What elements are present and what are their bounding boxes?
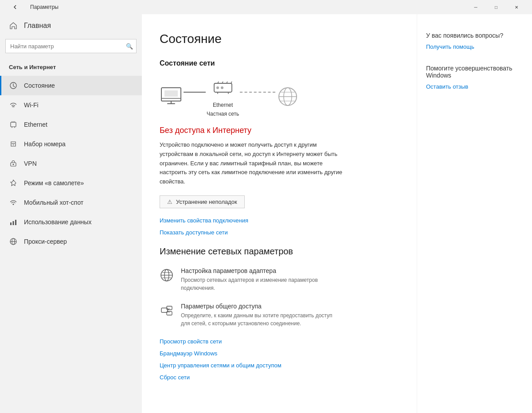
svg-rect-17 xyxy=(164,90,178,97)
close-button[interactable]: ✕ xyxy=(506,0,527,14)
svg-rect-9 xyxy=(10,222,12,225)
sidebar-item-datausage-label: Использование данных xyxy=(24,218,91,226)
questions-heading: У вас появились вопросы? xyxy=(426,32,523,39)
adapter-icon xyxy=(160,268,174,282)
sidebar-item-dialup-label: Набор номера xyxy=(24,140,66,148)
home-label: Главная xyxy=(24,22,51,30)
proxy-icon xyxy=(9,237,18,246)
firewall-link[interactable]: Брандмауэр Windows xyxy=(160,350,390,357)
sidebar-item-status[interactable]: Состояние xyxy=(0,76,142,95)
svg-point-4 xyxy=(14,143,15,144)
svg-point-2 xyxy=(12,143,13,144)
svg-rect-10 xyxy=(13,221,14,225)
maximize-button[interactable]: □ xyxy=(486,0,506,14)
main-content: Состояние Состояние сети xyxy=(142,14,417,413)
adapter-settings-title: Настройка параметров адаптера xyxy=(181,267,340,274)
sidebar-item-hotspot-label: Мобильный хот-спот xyxy=(24,199,83,206)
sidebar-home-button[interactable]: Главная xyxy=(0,14,142,37)
sharing-icon xyxy=(160,304,174,318)
adapter-settings-desc: Просмотр сетевых адаптеров и изменение п… xyxy=(181,276,340,292)
svg-rect-11 xyxy=(15,220,16,225)
titlebar-title: Параметры xyxy=(30,4,59,10)
sharing-settings-desc: Определите, к каким данным вы хотите пре… xyxy=(181,312,340,327)
sidebar-item-proxy[interactable]: Прокси-сервер xyxy=(0,232,142,251)
search-icon: 🔍 xyxy=(126,43,133,50)
sidebar-item-vpn[interactable]: VPN xyxy=(0,154,142,173)
page-title: Состояние xyxy=(160,32,390,46)
warning-icon: ⚠ xyxy=(167,199,172,205)
sidebar-item-dialup[interactable]: Набор номера xyxy=(0,134,142,154)
back-button[interactable] xyxy=(5,0,26,14)
ethernet-icon xyxy=(9,120,18,129)
app-container: Главная 🔍 Сеть и Интернет Состояние xyxy=(0,14,532,413)
svg-point-3 xyxy=(13,143,14,144)
minimize-button[interactable]: ─ xyxy=(466,0,486,14)
sidebar-item-proxy-label: Прокси-сервер xyxy=(24,238,67,245)
titlebar-controls: ─ □ ✕ xyxy=(466,0,527,14)
sidebar: Главная 🔍 Сеть и Интернет Состояние xyxy=(0,14,142,413)
reset-link[interactable]: Сброс сети xyxy=(160,374,390,381)
sidebar-item-hotspot[interactable]: Мобильный хот-спот xyxy=(0,193,142,212)
troubleshoot-label: Устранение неполадок xyxy=(176,199,237,205)
titlebar-left: Параметры xyxy=(5,0,59,14)
sidebar-item-ethernet-label: Ethernet xyxy=(24,121,47,128)
right-panel: У вас появились вопросы? Получить помощь… xyxy=(417,14,532,413)
sidebar-item-ethernet[interactable]: Ethernet xyxy=(0,115,142,134)
sidebar-item-datausage[interactable]: Использование данных xyxy=(0,212,142,232)
show-networks-link[interactable]: Показать доступные сети xyxy=(160,229,390,236)
svg-line-24 xyxy=(231,82,232,83)
search-input[interactable] xyxy=(5,39,137,53)
sidebar-item-wifi[interactable]: Wi-Fi xyxy=(0,95,142,115)
change-settings-title: Изменение сетевых параметров xyxy=(160,246,390,257)
sharing-settings-text: Параметры общего доступа Определите, к к… xyxy=(181,303,340,327)
network-diagram: Ethernet Частная сеть xyxy=(160,76,390,117)
line-dashed xyxy=(240,92,275,93)
titlebar: Параметры ─ □ ✕ xyxy=(0,0,532,14)
svg-point-20 xyxy=(221,86,223,89)
improve-heading: Помогите усовершенствовать Windows xyxy=(426,65,523,79)
svg-point-8 xyxy=(13,204,14,205)
sharing-settings-title: Параметры общего доступа xyxy=(181,303,340,310)
help-link[interactable]: Получить помощь xyxy=(426,43,474,50)
svg-point-7 xyxy=(13,164,14,165)
troubleshoot-button[interactable]: ⚠ Устранение неполадок xyxy=(160,195,245,208)
ethernet-network-label: Ethernet xyxy=(213,102,233,108)
sidebar-item-airplane-label: Режим «в самолете» xyxy=(24,179,84,187)
datausage-icon xyxy=(9,218,18,226)
hotspot-icon xyxy=(9,198,18,207)
sidebar-item-vpn-label: VPN xyxy=(24,160,37,167)
svg-point-5 xyxy=(13,144,14,145)
sidebar-search[interactable]: 🔍 xyxy=(5,39,137,53)
svg-point-19 xyxy=(216,86,219,89)
status-description: Устройство подключено и может получить д… xyxy=(160,140,346,187)
view-properties-link[interactable]: Просмотр свойств сети xyxy=(160,338,390,345)
feedback-link[interactable]: Оставить отзыв xyxy=(426,83,468,90)
vpn-icon xyxy=(9,159,18,168)
line-solid xyxy=(184,92,206,93)
adapter-settings-item[interactable]: Настройка параметров адаптера Просмотр с… xyxy=(160,267,390,292)
change-properties-link[interactable]: Изменить свойства подключения xyxy=(160,217,390,224)
sidebar-item-status-label: Состояние xyxy=(24,82,55,89)
network-status-title: Состояние сети xyxy=(160,59,390,67)
airplane-icon xyxy=(9,179,18,187)
home-icon xyxy=(9,21,18,30)
wifi-icon xyxy=(9,101,18,109)
computer-icon-group xyxy=(160,85,183,108)
router-icon-group: Ethernet Частная сеть xyxy=(207,76,239,117)
svg-rect-1 xyxy=(11,122,16,127)
private-network-label: Частная сеть xyxy=(207,111,239,117)
status-icon xyxy=(9,81,18,90)
sharing-settings-item[interactable]: Параметры общего доступа Определите, к к… xyxy=(160,303,390,327)
no-internet-label: Без доступа к Интернету xyxy=(160,126,390,135)
adapter-settings-text: Настройка параметров адаптера Просмотр с… xyxy=(181,267,340,292)
network-center-link[interactable]: Центр управления сетями и общим доступом xyxy=(160,362,390,369)
sidebar-section-title: Сеть и Интернет xyxy=(0,60,142,76)
sidebar-item-airplane[interactable]: Режим «в самолете» xyxy=(0,173,142,193)
feedback-section: Помогите усовершенствовать Windows Остав… xyxy=(426,65,523,90)
dialup-icon xyxy=(9,140,18,148)
sidebar-item-wifi-label: Wi-Fi xyxy=(24,101,39,109)
globe-icon-group xyxy=(276,85,299,108)
help-section: У вас появились вопросы? Получить помощь xyxy=(426,32,523,51)
